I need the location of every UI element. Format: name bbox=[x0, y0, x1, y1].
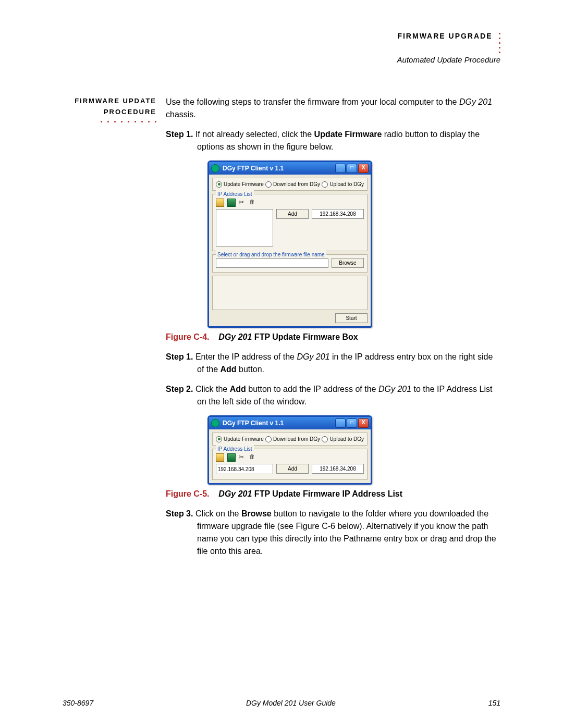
radio-update-firmware[interactable]: Update Firmware bbox=[216, 435, 264, 443]
app-icon bbox=[211, 164, 219, 172]
intro-paragraph: Use the following steps to transfer the … bbox=[166, 96, 500, 121]
browse-button[interactable]: Browse bbox=[332, 258, 364, 268]
app-icon bbox=[211, 419, 219, 427]
minimize-icon[interactable]: _ bbox=[335, 418, 346, 428]
side-heading-dots bbox=[63, 121, 156, 122]
ip-legend: IP Address List bbox=[216, 190, 254, 198]
radio-upload-to-dgy[interactable]: Upload to DGy bbox=[322, 180, 364, 188]
add-button-2[interactable]: Add bbox=[276, 464, 309, 474]
ip-input-2[interactable]: 192.168.34.208 bbox=[312, 464, 364, 474]
figure-c5-screenshot: DGy FTP Client v 1.1 _ □ X Update Firmwa… bbox=[207, 415, 500, 485]
step-b1: Step 1. Enter the IP address of the DGy … bbox=[166, 351, 500, 376]
window-titlebar[interactable]: DGy FTP Client v 1.1 _ □ X bbox=[209, 162, 371, 175]
ftp-client-window: DGy FTP Client v 1.1 _ □ X Update Firmwa… bbox=[207, 161, 372, 328]
page-header: FIRMWARE UPGRADE Automated Update Proced… bbox=[63, 31, 500, 65]
save-icon[interactable] bbox=[227, 199, 236, 207]
radio-download-from-dgy[interactable]: Download from DGy bbox=[265, 435, 320, 443]
step-c3: Step 3. Click on the Browse button to na… bbox=[166, 508, 500, 558]
footer-center: DGy Model 201 User Guide bbox=[246, 699, 336, 707]
cut-icon[interactable] bbox=[239, 453, 246, 461]
maximize-icon[interactable]: □ bbox=[347, 418, 357, 428]
footer-left: 350-8697 bbox=[63, 699, 93, 707]
page-footer: 350-8697 DGy Model 201 User Guide 151 bbox=[63, 699, 500, 707]
ftp-client-window-2: DGy FTP Client v 1.1 _ □ X Update Firmwa… bbox=[207, 415, 372, 485]
close-icon[interactable]: X bbox=[358, 418, 369, 428]
ip-address-fieldset: IP Address List Add bbox=[212, 194, 368, 251]
open-icon[interactable] bbox=[216, 453, 224, 462]
pathname-input[interactable] bbox=[216, 258, 328, 268]
status-box bbox=[212, 276, 368, 310]
minimize-icon[interactable]: _ bbox=[335, 164, 346, 173]
radio-update-firmware[interactable]: Update Firmware bbox=[216, 180, 264, 188]
window-titlebar-2[interactable]: DGy FTP Client v 1.1 _ □ X bbox=[209, 417, 371, 429]
save-icon[interactable] bbox=[227, 453, 236, 462]
step-b2: Step 2. Click the Add button to add the … bbox=[166, 383, 500, 408]
radio-download-from-dgy[interactable]: Download from DGy bbox=[265, 180, 320, 188]
side-heading-line2: PROCEDURE bbox=[63, 107, 156, 118]
file-legend: Select or drag and drop the firmware fil… bbox=[216, 251, 326, 258]
side-heading-line1: FIRMWARE UPDATE bbox=[63, 96, 156, 107]
delete-icon[interactable] bbox=[249, 453, 256, 461]
window-title: DGy FTP Client v 1.1 bbox=[223, 164, 284, 173]
figure-c4-screenshot: DGy FTP Client v 1.1 _ □ X Update Firmwa… bbox=[207, 161, 500, 328]
open-icon[interactable] bbox=[216, 199, 224, 207]
delete-icon[interactable] bbox=[249, 199, 256, 206]
close-icon[interactable]: X bbox=[358, 164, 369, 173]
figure-c5-caption: Figure C-5. DGy 201 FTP Update Firmware … bbox=[166, 488, 500, 500]
header-dots bbox=[499, 31, 500, 53]
radio-row-2: Update Firmware Download from DGy Upload… bbox=[212, 433, 368, 446]
step-a1: Step 1. If not already selected, click t… bbox=[166, 128, 500, 153]
header-subtitle: Automated Update Procedure bbox=[397, 55, 500, 64]
radio-row: Update Firmware Download from DGy Upload… bbox=[212, 178, 368, 191]
ip-list-box[interactable] bbox=[216, 209, 273, 246]
cut-icon[interactable] bbox=[239, 199, 246, 206]
ip-legend-2: IP Address List bbox=[216, 445, 254, 453]
add-button[interactable]: Add bbox=[276, 209, 309, 219]
figure-c4-caption: Figure C-4. DGy 201 FTP Update Firmware … bbox=[166, 331, 500, 343]
radio-upload-to-dgy[interactable]: Upload to DGy bbox=[322, 435, 364, 443]
header-title: FIRMWARE UPGRADE bbox=[397, 32, 492, 40]
start-button[interactable]: Start bbox=[335, 313, 368, 323]
footer-right: 151 bbox=[488, 699, 500, 707]
ip-address-fieldset-2: IP Address List 192.168.34.208 Add bbox=[212, 449, 368, 480]
window-title-2: DGy FTP Client v 1.1 bbox=[223, 418, 284, 428]
content-body: Use the following steps to transfer the … bbox=[166, 96, 500, 565]
ip-list-box-2[interactable]: 192.168.34.208 bbox=[216, 464, 273, 474]
ip-input[interactable]: 192.168.34.208 bbox=[312, 209, 364, 219]
side-heading: FIRMWARE UPDATE PROCEDURE bbox=[63, 96, 156, 565]
file-select-fieldset: Select or drag and drop the firmware fil… bbox=[212, 254, 368, 273]
maximize-icon[interactable]: □ bbox=[347, 164, 357, 173]
